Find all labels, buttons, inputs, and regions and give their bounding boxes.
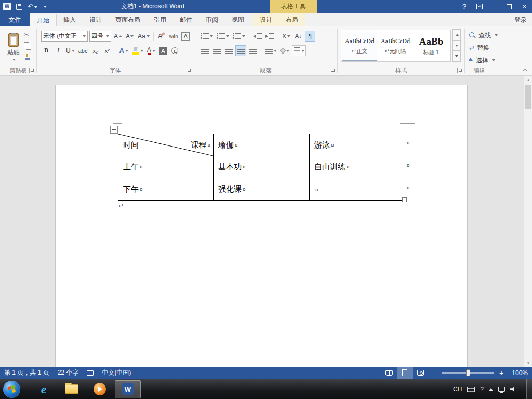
- underline-button[interactable]: U: [65, 45, 76, 56]
- network-icon[interactable]: [498, 387, 505, 392]
- format-painter-button[interactable]: [24, 54, 31, 61]
- taskbar-ie-button[interactable]: e: [30, 379, 58, 399]
- tab-design[interactable]: 设计: [83, 13, 109, 26]
- tab-review[interactable]: 审阅: [199, 13, 225, 26]
- character-shading-button[interactable]: A: [158, 45, 168, 56]
- bold-button[interactable]: B: [41, 45, 51, 56]
- multilevel-list-button[interactable]: [232, 31, 246, 42]
- page-indicator[interactable]: 第 1 页，共 1 页: [4, 368, 49, 377]
- select-button[interactable]: 选择: [469, 55, 495, 65]
- font-name-combo[interactable]: 宋体 (中文正: [41, 31, 88, 42]
- shading-button[interactable]: [280, 45, 290, 56]
- cut-button[interactable]: ✂: [24, 31, 29, 39]
- enclose-characters-button[interactable]: [170, 45, 180, 56]
- speaker-icon[interactable]: [510, 387, 516, 392]
- tab-table-design[interactable]: 设计: [253, 13, 279, 26]
- restore-button[interactable]: [502, 0, 517, 13]
- table-cell[interactable]: 自由训练¤: [310, 156, 405, 178]
- taskbar-word-button[interactable]: W: [115, 380, 141, 398]
- tray-language-indicator[interactable]: CH: [453, 385, 462, 393]
- line-spacing-button[interactable]: [264, 45, 278, 56]
- styles-scroll-up-button[interactable]: [452, 29, 461, 41]
- taskbar-explorer-button[interactable]: [58, 379, 86, 399]
- strikethrough-button[interactable]: abc: [77, 45, 89, 56]
- zoom-slider[interactable]: [442, 372, 494, 374]
- bullets-button[interactable]: [200, 31, 214, 42]
- start-button[interactable]: [3, 381, 20, 398]
- align-right-button[interactable]: [223, 45, 234, 56]
- table-cell[interactable]: 基本功¤: [214, 156, 310, 178]
- ribbon-display-options-button[interactable]: [472, 0, 487, 13]
- styles-more-button[interactable]: [452, 50, 461, 62]
- table-cell-diagonal[interactable]: 时间 课程¤: [118, 134, 214, 156]
- read-mode-button[interactable]: [381, 367, 397, 379]
- zoom-out-button[interactable]: –: [428, 369, 440, 377]
- tab-view[interactable]: 视图: [225, 13, 251, 26]
- undo-button[interactable]: ↶: [28, 0, 37, 13]
- web-layout-button[interactable]: [413, 367, 428, 379]
- scroll-down-button[interactable]: ▼: [524, 358, 532, 367]
- table-resize-handle[interactable]: [402, 197, 407, 202]
- scrollbar-thumb[interactable]: [525, 85, 531, 109]
- help-button[interactable]: ?: [457, 0, 472, 13]
- show-desktop-button[interactable]: [526, 379, 532, 399]
- font-size-combo[interactable]: 四号: [89, 31, 111, 42]
- show-hidden-icons-button[interactable]: [489, 388, 493, 391]
- zoom-in-button[interactable]: +: [496, 369, 507, 377]
- align-left-button[interactable]: [200, 45, 210, 56]
- sort-button[interactable]: A↓: [293, 31, 303, 42]
- scroll-up-button[interactable]: ▲: [524, 76, 532, 84]
- grow-font-button[interactable]: A: [113, 31, 123, 42]
- asian-layout-button[interactable]: X: [281, 31, 291, 42]
- table-cell[interactable]: 游泳¤: [310, 134, 405, 156]
- font-color-button[interactable]: A: [146, 45, 156, 56]
- font-dialog-launcher[interactable]: [187, 68, 192, 73]
- table-cell[interactable]: 上午¤: [118, 156, 214, 178]
- collapse-ribbon-button[interactable]: [523, 68, 527, 72]
- table-cell[interactable]: ¤: [310, 178, 405, 201]
- paragraph-dialog-launcher[interactable]: [330, 68, 336, 73]
- tab-table-layout[interactable]: 布局: [279, 13, 305, 26]
- zoom-level[interactable]: 100%: [507, 369, 528, 377]
- sign-in-link[interactable]: 登录: [514, 13, 527, 26]
- phonetic-guide-button[interactable]: wén: [168, 31, 179, 42]
- find-button[interactable]: 查找: [469, 30, 498, 41]
- table-move-handle[interactable]: [110, 126, 118, 134]
- keyboard-icon[interactable]: [467, 387, 475, 392]
- replace-button[interactable]: ⇄ 替换: [469, 43, 489, 53]
- style-no-spacing[interactable]: AaBbCcDd ↵无间隔: [378, 31, 413, 61]
- distribute-button[interactable]: [248, 45, 258, 56]
- copy-button[interactable]: [24, 42, 31, 49]
- increase-indent-button[interactable]: [264, 31, 275, 42]
- tab-insert[interactable]: 插入: [57, 13, 83, 26]
- taskbar-media-player-button[interactable]: [86, 379, 114, 399]
- table-cell[interactable]: 强化课¤: [214, 178, 310, 201]
- table-cell[interactable]: 下午¤: [118, 178, 214, 201]
- style-heading1[interactable]: AaBb 标题 1: [414, 31, 449, 61]
- text-effects-button[interactable]: A: [118, 45, 129, 56]
- subscript-button[interactable]: x₂: [90, 45, 100, 56]
- decrease-indent-button[interactable]: [252, 31, 263, 42]
- minimize-button[interactable]: –: [487, 0, 502, 13]
- tab-mailings[interactable]: 邮件: [173, 13, 199, 26]
- tab-page-layout[interactable]: 页面布局: [109, 13, 147, 26]
- table-cell[interactable]: 瑜伽¤: [214, 134, 310, 156]
- proofing-icon[interactable]: [87, 370, 94, 376]
- print-layout-button[interactable]: [397, 367, 413, 379]
- change-case-button[interactable]: Aa: [137, 31, 151, 42]
- vertical-scrollbar[interactable]: ▲ ▼: [524, 76, 532, 367]
- customize-qat-icon[interactable]: [44, 6, 47, 8]
- numbering-button[interactable]: [216, 31, 230, 42]
- clipboard-dialog-launcher[interactable]: [29, 68, 35, 73]
- shrink-font-button[interactable]: A: [125, 31, 135, 42]
- highlight-button[interactable]: [131, 45, 144, 56]
- tray-help-icon[interactable]: ?: [480, 385, 484, 393]
- tab-references[interactable]: 引用: [147, 13, 173, 26]
- styles-scroll-down-button[interactable]: [452, 40, 461, 51]
- document-page[interactable]: 时间 课程¤ 瑜伽¤ 游泳¤ 上午¤ 基本功¤ 自由训练¤ 下午¤ 强化课¤ ¤: [56, 85, 467, 367]
- paste-button[interactable]: 粘贴: [4, 30, 23, 64]
- align-center-button[interactable]: [211, 45, 222, 56]
- show-hide-marks-button[interactable]: ¶: [305, 31, 315, 42]
- italic-button[interactable]: I: [53, 45, 63, 56]
- word-count[interactable]: 22 个字: [58, 368, 79, 377]
